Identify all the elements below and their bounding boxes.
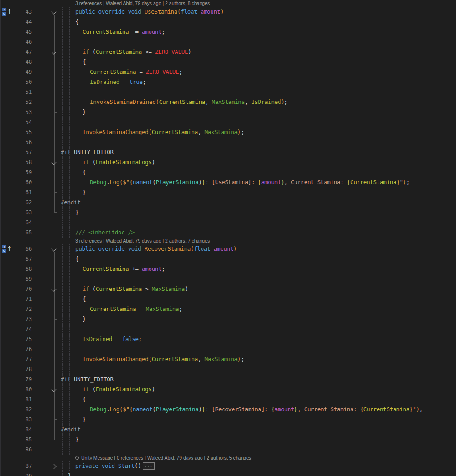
indent-guide	[77, 187, 77, 197]
fold-collapse-chevron-icon[interactable]	[51, 387, 56, 392]
indent-guide	[77, 344, 77, 354]
line-number: 87	[16, 461, 32, 471]
code-token: UNITY_EDITOR	[74, 376, 114, 383]
code-text: Debug.Log($"{nameof(PlayerStamina)}: [Re…	[90, 404, 423, 414]
code-text: /// <inheritdoc />	[75, 228, 135, 238]
code-token: >	[142, 285, 152, 292]
line-number: 75	[16, 334, 32, 344]
indent-guide	[62, 471, 63, 476]
indent-guide	[62, 404, 63, 414]
fold-collapse-chevron-icon[interactable]	[51, 9, 56, 14]
implements-box-icon: I	[2, 8, 6, 11]
fold-scope-end-tick	[54, 440, 57, 440]
line-number: 61	[16, 187, 32, 197]
code-line: 79#if UNITY_EDITOR	[0, 374, 456, 384]
codelens-row: 3 references | Waleed Abid, 79 days ago …	[0, 238, 456, 244]
indent-guide	[69, 284, 70, 294]
indent-guide	[69, 87, 70, 97]
code-text: public override void UseStamina(float am…	[75, 7, 223, 17]
code-line: 72CurrentStamina = MaxStamina;	[0, 304, 456, 314]
indent-guide	[62, 97, 63, 107]
line-number: 72	[16, 304, 32, 314]
code-token: EnableStaminaLogs	[96, 159, 152, 166]
indent-guide	[62, 207, 63, 217]
inheritance-margin-icon[interactable]: IO↑	[2, 245, 12, 253]
indent-guide	[69, 324, 70, 334]
line-number: 78	[16, 364, 32, 374]
indent-guide	[69, 117, 70, 127]
code-token: CurrentStamina	[96, 48, 142, 55]
indent-guide	[62, 107, 63, 117]
code-line: 55InvokeStaminaChanged(CurrentStamina, M…	[0, 127, 456, 137]
code-token: =	[119, 78, 130, 85]
code-text: #if UNITY_EDITOR	[61, 147, 114, 157]
code-line: 71{	[0, 294, 456, 304]
codelens-text[interactable]: Unity Message | 0 references | Waleed Ab…	[75, 455, 251, 461]
fold-collapse-chevron-icon[interactable]	[51, 246, 56, 251]
code-text: }	[68, 471, 71, 476]
line-number: 62	[16, 197, 32, 207]
codelens-row: Unity Message | 0 references | Waleed Ab…	[0, 455, 456, 461]
indent-guide	[69, 274, 70, 284]
indent-guide	[62, 384, 63, 394]
collapsed-region-box[interactable]: ...	[143, 462, 155, 470]
fold-collapse-chevron-icon[interactable]	[51, 160, 56, 165]
code-token: amount	[142, 265, 161, 272]
indent-guide	[77, 77, 77, 87]
code-token	[95, 245, 98, 252]
code-token: true	[130, 78, 143, 85]
indent-guide	[62, 228, 63, 238]
code-token: CurrentStamina	[83, 28, 129, 35]
fold-collapse-chevron-icon[interactable]	[51, 286, 56, 291]
indent-guide	[84, 67, 84, 77]
indent-guide	[62, 87, 63, 97]
code-token: }	[83, 189, 86, 196]
code-line: 44{	[0, 17, 456, 27]
code-token: (	[89, 285, 95, 292]
fold-collapse-chevron-icon[interactable]	[51, 49, 56, 54]
code-text: }	[75, 207, 78, 217]
indent-guide	[77, 264, 77, 274]
indent-guide	[69, 97, 70, 107]
indent-guide	[69, 207, 70, 217]
indent-guide	[62, 394, 63, 404]
code-token: ///	[75, 229, 88, 236]
indent-guide	[77, 324, 77, 334]
code-token: if	[83, 285, 89, 292]
codelens-text[interactable]: 3 references | Waleed Abid, 79 days ago …	[75, 0, 210, 7]
code-token: ,	[245, 98, 251, 105]
indent-guide	[69, 77, 70, 87]
code-line: 73}	[0, 314, 456, 324]
code-token: {	[83, 58, 86, 65]
line-number: 45	[16, 27, 32, 37]
inheritance-margin-icon[interactable]: IO↑	[2, 8, 12, 16]
code-token: MaxStamina	[152, 285, 185, 292]
code-token: MaxStamina	[204, 356, 237, 362]
code-token: (	[89, 386, 95, 393]
line-number: 49	[16, 67, 32, 77]
indent-guide	[69, 217, 70, 228]
fold-expand-chevron-icon[interactable]	[51, 464, 56, 469]
code-token: IsDrained	[90, 78, 119, 85]
indent-guide	[62, 445, 63, 455]
indent-guide	[62, 344, 63, 354]
line-number: 86	[16, 445, 32, 455]
code-line: 63}	[0, 207, 456, 217]
indent-guide	[69, 461, 70, 471]
codelens-text[interactable]: 3 references | Waleed Abid, 79 days ago …	[75, 238, 210, 244]
line-number: 47	[16, 47, 32, 57]
code-token: IsDrained	[83, 336, 112, 342]
code-line: 64	[0, 217, 456, 228]
code-token: ,	[198, 129, 204, 135]
code-token: #if	[61, 376, 74, 383]
indent-guide	[62, 7, 63, 17]
code-line: 75IsDrained = false;	[0, 334, 456, 344]
indent-guide	[62, 284, 63, 294]
codelens-row: 3 references | Waleed Abid, 79 days ago …	[0, 0, 456, 7]
indent-guide	[69, 7, 70, 17]
line-number: 73	[16, 314, 32, 324]
code-line: 52InvokeStaminaDrained(CurrentStamina, M…	[0, 97, 456, 107]
code-token: }	[202, 179, 205, 186]
code-line: 65/// <inheritdoc />	[0, 228, 456, 238]
indent-guide	[84, 404, 84, 414]
